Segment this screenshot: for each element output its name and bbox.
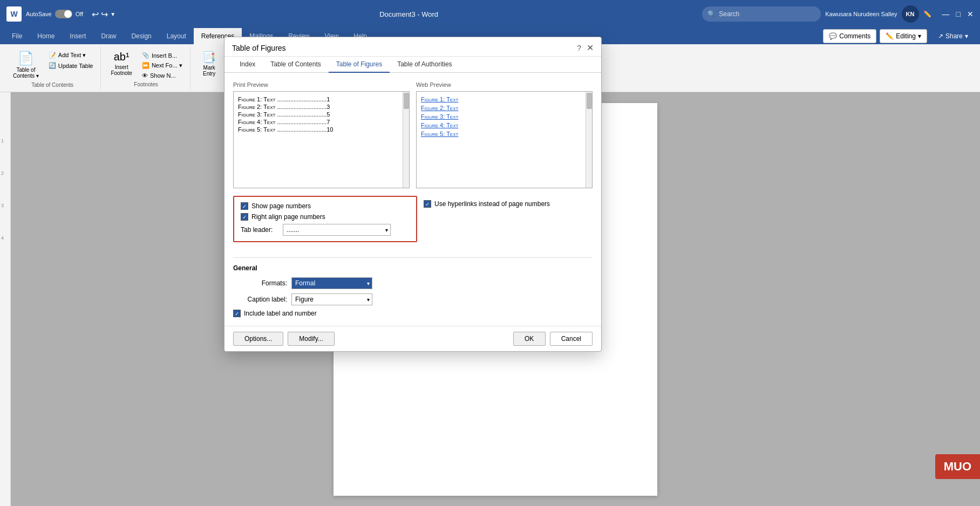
web-entry-3[interactable]: Figure 3: Text xyxy=(421,113,588,120)
dialog-help-icon[interactable]: ? xyxy=(577,44,581,52)
check-icon-3: ✓ xyxy=(425,201,430,207)
web-scrollbar-thumb xyxy=(587,93,592,109)
print-preview-box: Print Preview Figure 1: Text ...........… xyxy=(233,81,410,188)
web-preview-label: Web Preview xyxy=(416,81,593,88)
check-icon-4: ✓ xyxy=(235,311,239,317)
right-align-label: Right align page numbers xyxy=(251,213,325,221)
dialog-title: Table of Figures xyxy=(232,44,286,52)
web-options: ✓ Use hyperlinks instead of page numbers xyxy=(424,196,593,250)
dialog-footer: Options... Modify... OK Cancel xyxy=(224,326,601,351)
dialog-tab-index[interactable]: Index xyxy=(232,57,263,73)
caption-arrow-icon: ▾ xyxy=(367,297,370,303)
check-icon: ✓ xyxy=(242,203,247,209)
print-entry-2: Figure 2: Text .........................… xyxy=(238,104,405,110)
caption-row: Caption label: Figure ▾ xyxy=(233,293,593,305)
show-page-numbers-checkbox[interactable]: ✓ xyxy=(241,202,248,210)
right-align-checkbox[interactable]: ✓ xyxy=(241,213,248,221)
print-entry-1: Figure 1: Text .........................… xyxy=(238,96,405,102)
formats-label: Formats: xyxy=(233,279,287,287)
general-title: General xyxy=(233,264,593,272)
web-preview-box: Web Preview Figure 1: Text Figure 2: Tex… xyxy=(416,81,593,188)
general-section: General Formats: Formal ▾ Caption label:… xyxy=(233,257,593,317)
footer-left: Options... Modify... xyxy=(233,332,335,346)
show-page-numbers-label: Show page numbers xyxy=(251,202,311,210)
web-preview-content: Figure 1: Text Figure 2: Text Figure 3: … xyxy=(416,91,593,188)
options-area: ✓ Show page numbers ✓ Right align page n… xyxy=(233,196,593,250)
dialog-overlay: Table of Figures ? ✕ Index Table of Cont… xyxy=(0,0,980,506)
ok-button[interactable]: OK xyxy=(513,332,546,346)
print-preview-content: Figure 1: Text .........................… xyxy=(233,91,410,188)
modify-button[interactable]: Modify... xyxy=(288,332,334,346)
print-entry-4: Figure 4: Text .........................… xyxy=(238,119,405,125)
dialog-tabs: Index Table of Contents Table of Figures… xyxy=(224,57,601,73)
check-icon-2: ✓ xyxy=(242,214,247,220)
use-hyperlinks-checkbox[interactable]: ✓ xyxy=(424,200,431,208)
show-page-numbers-row: ✓ Show page numbers xyxy=(241,202,410,210)
print-entry-5: Figure 5: Text .........................… xyxy=(238,126,405,133)
use-hyperlinks-row: ✓ Use hyperlinks instead of page numbers xyxy=(424,200,593,208)
options-button[interactable]: Options... xyxy=(233,332,283,346)
formats-select[interactable]: Formal ▾ xyxy=(291,277,372,289)
web-entry-5[interactable]: Figure 5: Text xyxy=(421,131,588,137)
dialog-controls: ? ✕ xyxy=(577,43,594,53)
tab-leader-arrow-icon: ▾ xyxy=(385,227,388,233)
print-scrollbar-thumb xyxy=(404,93,409,109)
formats-arrow-icon: ▾ xyxy=(367,281,370,286)
caption-select[interactable]: Figure ▾ xyxy=(291,293,372,305)
web-preview-scrollbar[interactable] xyxy=(586,92,592,188)
dialog-close-button[interactable]: ✕ xyxy=(587,43,594,53)
preview-row: Print Preview Figure 1: Text ...........… xyxy=(233,81,593,188)
print-options: ✓ Show page numbers ✓ Right align page n… xyxy=(233,196,417,242)
include-label-text: Include label and number xyxy=(244,310,317,317)
tab-leader-select[interactable]: ....... ▾ xyxy=(283,224,391,236)
tab-leader-row: Tab leader: ....... ▾ xyxy=(241,224,410,236)
web-entry-4[interactable]: Figure 4: Text xyxy=(421,122,588,128)
web-entry-1[interactable]: Figure 1: Text xyxy=(421,96,588,102)
dialog-body: Print Preview Figure 1: Text ...........… xyxy=(224,73,601,326)
right-align-row: ✓ Right align page numbers xyxy=(241,213,410,221)
footer-right: OK Cancel xyxy=(513,332,593,346)
print-entry-3: Figure 3: Text .........................… xyxy=(238,111,405,118)
include-label-checkbox[interactable]: ✓ xyxy=(233,310,241,317)
dialog-tab-toa[interactable]: Table of Authorities xyxy=(390,57,459,73)
table-of-figures-dialog: Table of Figures ? ✕ Index Table of Cont… xyxy=(224,37,602,352)
caption-label: Caption label: xyxy=(233,296,287,303)
dialog-titlebar: Table of Figures ? ✕ xyxy=(224,37,601,57)
print-preview-scrollbar[interactable] xyxy=(403,92,409,188)
include-label-row: ✓ Include label and number xyxy=(233,310,593,317)
formats-row: Formats: Formal ▾ xyxy=(233,277,593,289)
tab-leader-label: Tab leader: xyxy=(241,226,278,234)
print-preview-label: Print Preview xyxy=(233,81,410,88)
dialog-tab-toc[interactable]: Table of Contents xyxy=(263,57,328,73)
use-hyperlinks-label: Use hyperlinks instead of page numbers xyxy=(434,200,550,208)
dialog-tab-tof[interactable]: Table of Figures xyxy=(329,57,390,73)
web-entry-2[interactable]: Figure 2: Text xyxy=(421,105,588,111)
cancel-button[interactable]: Cancel xyxy=(550,332,593,346)
